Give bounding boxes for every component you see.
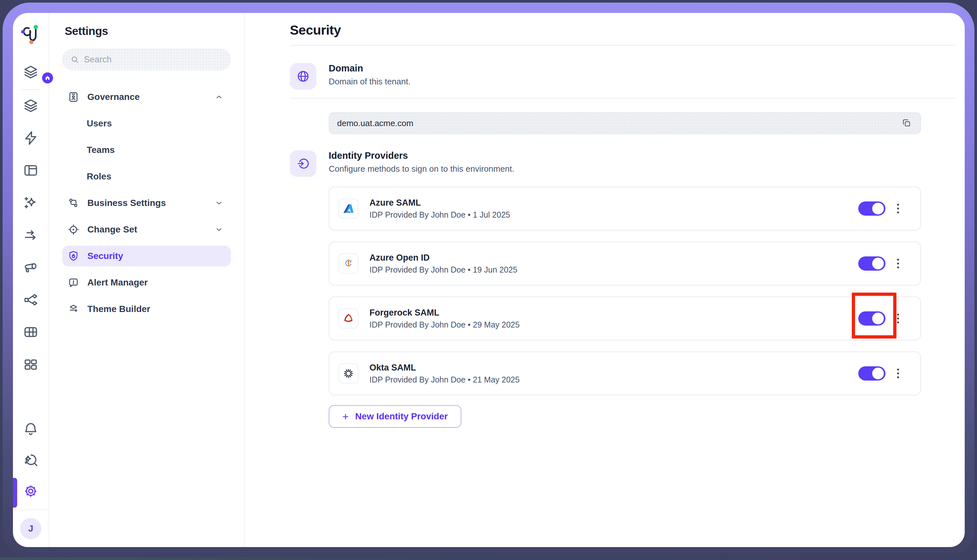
okta-logo-icon — [338, 363, 359, 383]
idp-subtitle: Configure methods to sign on to this env… — [329, 164, 514, 174]
provider-toggle[interactable] — [858, 366, 885, 380]
sidebar-item-label: Alert Manager — [87, 277, 148, 288]
rail-item-megaphone[interactable] — [23, 259, 39, 275]
gear-icon[interactable] — [23, 483, 39, 499]
sidebar-item-alert-manager[interactable]: Alert Manager — [62, 272, 231, 293]
provider-toggle[interactable] — [858, 257, 885, 271]
sidebar-item-label: Security — [87, 251, 123, 261]
sidebar-item-label: Teams — [87, 145, 115, 155]
sidebar-item-security[interactable]: Security — [62, 246, 231, 267]
sidebar-item-roles[interactable]: Roles — [62, 166, 231, 187]
settings-sidebar: Settings Governance Users — [49, 13, 245, 547]
toggle-knob — [872, 313, 884, 324]
domain-section-header: Domain Domain of this tenant. — [290, 63, 956, 90]
chevron-down-icon — [215, 199, 223, 207]
provider-name: Azure SAML — [369, 198, 510, 208]
copy-icon[interactable] — [901, 117, 913, 129]
provider-name: Okta SAML — [369, 363, 519, 373]
bell-icon[interactable] — [23, 421, 39, 437]
provider-card-azure-saml: Azure SAML IDP Provided By John Doe • 1 … — [329, 187, 921, 230]
divider — [290, 98, 956, 98]
sidebar-item-teams[interactable]: Teams — [62, 140, 231, 160]
sidebar-item-label: Business Settings — [87, 198, 166, 208]
rail-bottom-divider — [13, 510, 48, 510]
rail-item-grid[interactable] — [23, 356, 39, 372]
sidebar-item-label: Theme Builder — [87, 304, 150, 314]
azure-logo-icon — [338, 198, 359, 218]
kebab-menu-icon[interactable] — [895, 312, 901, 325]
id-badge-icon — [67, 91, 80, 103]
provider-card-okta-saml: Okta SAML IDP Provided By John Doe • 21 … — [329, 352, 921, 395]
sidebar-item-label: Roles — [87, 172, 111, 182]
main-content: Security Domain Domain of this tenant. d… — [245, 13, 965, 547]
rail-item-layout[interactable] — [23, 162, 39, 178]
rail-item-arrows-right[interactable] — [23, 227, 39, 243]
new-identity-provider-label: New Identity Provider — [355, 411, 448, 422]
domain-title: Domain — [329, 63, 411, 74]
provider-meta: IDP Provided By John Doe • 19 Jun 2025 — [369, 265, 517, 275]
provider-meta: IDP Provided By John Doe • 21 May 2025 — [369, 375, 519, 385]
kebab-menu-icon[interactable] — [895, 202, 901, 215]
plus-icon: + — [342, 411, 349, 422]
new-identity-provider-button[interactable]: + New Identity Provider — [329, 405, 461, 428]
toggle-knob — [872, 258, 884, 269]
kebab-menu-icon[interactable] — [895, 257, 901, 270]
target-icon — [67, 223, 80, 236]
app-window: J Settings Governance Us — [13, 13, 965, 547]
sidebar-item-label: Governance — [87, 92, 140, 102]
avatar-initial: J — [20, 518, 42, 539]
search-box[interactable] — [62, 48, 231, 70]
sidebar-item-change-set[interactable]: Change Set — [62, 219, 231, 240]
rail-item-ai-sparkles[interactable] — [23, 195, 39, 211]
icon-rail: J — [13, 13, 49, 547]
provider-name: Forgerock SAML — [369, 308, 519, 318]
sidebar-item-label: Change Set — [87, 224, 137, 235]
toggle-knob — [872, 368, 884, 379]
ai-search-icon[interactable] — [23, 452, 39, 468]
sidebar-item-governance[interactable]: Governance — [62, 87, 231, 107]
sidebar-item-theme-builder[interactable]: Theme Builder — [62, 299, 231, 320]
provider-list: Azure SAML IDP Provided By John Doe • 1 … — [329, 187, 921, 395]
avatar[interactable]: J — [20, 518, 42, 539]
search-input[interactable] — [84, 55, 222, 65]
provider-meta: IDP Provided By John Doe • 1 Jul 2025 — [369, 210, 510, 220]
provider-card-azure-openid: Azure Open ID IDP Provided By John Doe •… — [329, 242, 921, 285]
sidebar-item-business-settings[interactable]: Business Settings — [62, 193, 231, 213]
rail-item-environment-active[interactable] — [13, 64, 48, 80]
kebab-menu-icon[interactable] — [895, 367, 901, 380]
provider-toggle[interactable] — [858, 202, 885, 216]
chevron-up-icon — [215, 93, 223, 101]
login-icon — [296, 157, 310, 171]
idp-section-header: Identity Providers Configure methods to … — [290, 150, 956, 177]
chevron-down-icon — [215, 225, 223, 234]
rail-item-share-nodes[interactable] — [23, 292, 39, 308]
forgerock-logo-icon — [338, 308, 359, 328]
provider-toggle-highlighted[interactable] — [858, 312, 885, 326]
openid-logo-icon — [338, 253, 359, 273]
shield-lock-icon — [67, 250, 80, 262]
rail-item-layers[interactable] — [23, 98, 39, 114]
workflow-icon — [67, 197, 80, 209]
page-title: Security — [290, 23, 956, 38]
sidebar-item-users[interactable]: Users — [62, 113, 231, 134]
message-alert-icon — [67, 277, 80, 289]
app-logo[interactable] — [20, 23, 42, 46]
login-iconbox — [290, 150, 316, 177]
sidebar-title: Settings — [65, 25, 108, 38]
rail-item-bolt[interactable] — [23, 130, 39, 146]
provider-meta: IDP Provided By John Doe • 29 May 2025 — [369, 320, 519, 330]
globe-icon — [296, 69, 310, 83]
domain-value: demo.uat.acme.com — [337, 118, 413, 128]
sidebar-nav: Governance Users Teams Roles Business S — [62, 87, 231, 325]
idp-title: Identity Providers — [329, 150, 514, 161]
globe-iconbox — [290, 63, 316, 90]
divider — [290, 45, 956, 46]
backdrop-tint — [0, 557, 977, 560]
domain-input[interactable]: demo.uat.acme.com — [329, 112, 921, 134]
provider-name: Azure Open ID — [369, 253, 517, 263]
toggle-knob — [872, 203, 884, 214]
provider-card-forgerock-saml: Forgerock SAML IDP Provided By John Doe … — [329, 297, 921, 340]
theme-gem-icon — [67, 303, 80, 315]
sidebar-item-label: Users — [87, 118, 112, 129]
rail-item-table[interactable] — [23, 324, 39, 340]
